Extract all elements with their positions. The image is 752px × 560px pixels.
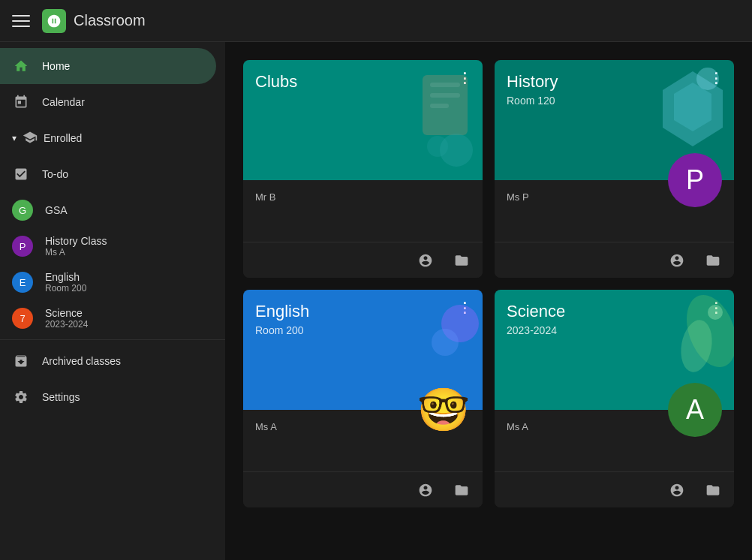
enrolled-icon [23, 130, 38, 147]
logo-icon [42, 9, 66, 33]
topbar: Classroom [0, 0, 752, 42]
svg-rect-1 [430, 83, 460, 87]
card-clubs-student-icon[interactable] [414, 248, 438, 272]
card-clubs-footer [243, 242, 483, 278]
card-history-footer [495, 242, 734, 278]
card-english-header: ⋮ English Room 200 🤓 [243, 290, 483, 410]
english-text: English Room 200 [45, 271, 204, 294]
home-label: Home [42, 60, 70, 72]
sidebar-item-settings[interactable]: Settings [0, 379, 216, 415]
sidebar-item-english[interactable]: E English Room 200 [0, 264, 216, 300]
card-english-footer [243, 471, 483, 507]
card-english-teacher: Ms A [255, 421, 277, 432]
card-english-folder-icon[interactable] [450, 478, 474, 502]
history-avatar: P [12, 236, 33, 257]
card-english-emoji: 🤓 [417, 383, 471, 437]
history-name: History Class [45, 235, 204, 247]
card-history-teacher: Ms P [507, 191, 529, 203]
card-science-footer [495, 471, 734, 507]
settings-label: Settings [42, 391, 80, 403]
gsa-text: GSA [45, 204, 204, 216]
calendar-icon [12, 93, 30, 111]
archived-label: Archived classes [42, 355, 121, 367]
card-history-student-icon[interactable] [665, 248, 689, 272]
card-science-avatar: A [668, 383, 722, 437]
sidebar-item-archived[interactable]: Archived classes [0, 343, 216, 379]
hamburger-menu[interactable] [12, 12, 30, 30]
gsa-avatar: G [12, 200, 33, 221]
classes-grid: ⋮ Clubs Mr B [225, 42, 752, 560]
card-history-avatar: P [668, 153, 722, 207]
card-clubs-folder-icon[interactable] [450, 248, 474, 272]
card-clubs-body: Mr B [243, 180, 483, 242]
sidebar-item-gsa[interactable]: G GSA [0, 192, 216, 228]
card-history-folder-icon[interactable] [701, 248, 725, 272]
card-history: ⋮ History Room 120 P Ms P [495, 60, 734, 278]
sidebar-item-science[interactable]: 7 Science 2023-2024 [0, 300, 216, 336]
card-english-student-icon[interactable] [414, 478, 438, 502]
settings-icon [12, 388, 30, 406]
card-clubs-teacher: Mr B [255, 191, 275, 203]
enrolled-label: Enrolled [44, 132, 82, 144]
archive-icon [12, 352, 30, 370]
english-name: English [45, 271, 204, 283]
card-clubs-deco [393, 60, 483, 180]
svg-rect-2 [430, 93, 460, 98]
science-avatar: 7 [12, 308, 33, 329]
card-science: ⋮ Science 2023-2024 A Ms A [495, 290, 734, 507]
sidebar-item-history-class[interactable]: P History Class Ms A [0, 228, 216, 264]
sidebar: Home Calendar ▾ Enrolled To-do G [0, 42, 225, 560]
card-science-teacher: Ms A [507, 421, 528, 432]
calendar-label: Calendar [42, 96, 85, 108]
english-sub: Room 200 [45, 283, 204, 294]
main-layout: Home Calendar ▾ Enrolled To-do G [0, 42, 752, 560]
chevron-down-icon: ▾ [12, 133, 17, 143]
science-text: Science 2023-2024 [45, 307, 204, 330]
english-avatar: E [12, 272, 33, 293]
sidebar-item-calendar[interactable]: Calendar [0, 84, 216, 120]
sidebar-divider [0, 339, 225, 340]
card-clubs-header: ⋮ Clubs [243, 60, 483, 180]
sidebar-item-home[interactable]: Home [0, 48, 216, 84]
svg-point-13 [708, 305, 723, 320]
gsa-name: GSA [45, 204, 204, 216]
science-sub: 2023-2024 [45, 319, 204, 330]
todo-label: To-do [42, 168, 68, 180]
svg-rect-3 [430, 104, 449, 108]
history-text: History Class Ms A [45, 235, 204, 257]
home-icon [12, 57, 30, 75]
card-clubs: ⋮ Clubs Mr B [243, 60, 483, 278]
card-science-folder-icon[interactable] [701, 478, 725, 502]
svg-point-8 [696, 68, 719, 90]
science-name: Science [45, 307, 204, 319]
history-sub: Ms A [45, 247, 204, 257]
todo-icon [12, 165, 30, 183]
card-science-header: ⋮ Science 2023-2024 A [495, 290, 734, 410]
enrolled-section[interactable]: ▾ Enrolled [0, 120, 225, 156]
svg-point-10 [432, 329, 459, 356]
card-science-student-icon[interactable] [665, 478, 689, 502]
svg-point-5 [427, 136, 448, 157]
sidebar-item-todo[interactable]: To-do [0, 156, 216, 192]
card-history-header: ⋮ History Room 120 P [495, 60, 734, 180]
card-english: ⋮ English Room 200 🤓 Ms A [243, 290, 483, 507]
app-logo: Classroom [42, 9, 146, 33]
app-title: Classroom [74, 12, 146, 29]
